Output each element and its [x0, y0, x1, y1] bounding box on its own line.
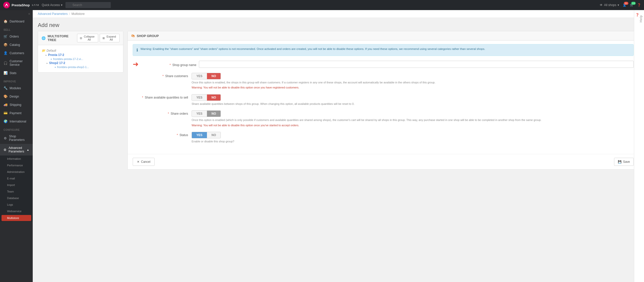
sidebar-item-shop-parameters[interactable]: ⚙ Shop Parameters	[0, 132, 33, 144]
database-label: Database	[7, 197, 19, 200]
shop-group-container: 🛍 SHOP GROUP ℹ Warning: Enabling the "sh…	[127, 31, 639, 170]
sidebar-item-payment[interactable]: 💳 Payment	[0, 109, 33, 117]
sidebar-item-modules[interactable]: 🔧 Modules	[0, 84, 33, 92]
bullet-icon: ●	[55, 66, 56, 68]
arrow-indicator: ➜	[133, 60, 138, 68]
status-yes[interactable]: YES	[192, 132, 207, 138]
breadcrumb-current: Multistore	[71, 12, 85, 16]
expand-icon: ▲	[27, 148, 29, 151]
tree-sub-frontdev-1: ● frontdev-presta-17-2.vi...	[46, 57, 120, 60]
main-content: Advanced Parameters / Multistore Add new…	[33, 10, 644, 282]
sub-store-label[interactable]: frontdev-presta-17-2.vi...	[53, 57, 83, 60]
help-button[interactable]: ❓	[637, 3, 641, 7]
all-shops-label: All shops	[604, 3, 616, 7]
tree-store-shop2: ▸ Shop2 17-2 ●	[46, 61, 120, 69]
design-icon: 🎨	[4, 95, 8, 98]
administration-label: Administration	[7, 170, 25, 173]
arrow-icon: ▸	[47, 62, 48, 65]
status-no[interactable]: NO	[207, 132, 221, 138]
share-customers-toggle: YES NO	[192, 73, 221, 79]
breadcrumb-parent[interactable]: Advanced Parameters	[38, 12, 68, 16]
toggle-icon: «	[28, 12, 30, 16]
arrow-icon: ▸	[46, 54, 47, 56]
webservice-label: Webservice	[7, 210, 21, 213]
shop-group-name-input[interactable]	[199, 61, 634, 68]
sidebar-item-international[interactable]: 🌍 International	[0, 117, 33, 126]
customer-service-label: Customer Service	[10, 59, 29, 67]
form-footer: ✕ Cancel 💾 Save	[128, 154, 639, 169]
advanced-params-label: Advanced Parameters	[9, 146, 25, 153]
shop-group-name-label: * Shop group name	[141, 62, 196, 67]
store-children-shop2: ● frontdev-presta-shop2-1...	[46, 66, 120, 69]
submenu-multistore[interactable]: Multistore	[2, 215, 31, 221]
quick-access-button[interactable]: Quick Access ▾	[42, 3, 62, 7]
sidebar: « 🏠 Dashboard SELL 🛒 Orders 📦 Catalog 👤 …	[0, 10, 33, 282]
orders-button[interactable]: 🛒 13	[630, 3, 634, 7]
submenu-information[interactable]: Information	[0, 155, 33, 162]
catalog-icon: 📦	[4, 43, 8, 47]
warning-box: ℹ Warning: Enabling the "share customers…	[133, 44, 634, 56]
sidebar-toggle[interactable]: «	[0, 10, 33, 17]
notifications-button[interactable]: 👤 11	[623, 3, 626, 7]
shipping-label: Shipping	[10, 103, 21, 107]
sidebar-item-advanced-parameters[interactable]: ⚙ Advanced Parameters ▲	[0, 144, 33, 155]
sidebar-item-customer-service[interactable]: 🎧 Customer Service	[0, 57, 33, 69]
status-wrap: YES NO Enable or disable this shop group…	[192, 132, 634, 143]
sidebar-item-shipping[interactable]: 🚚 Shipping	[0, 101, 33, 109]
tree-icon: 🌐	[42, 36, 46, 40]
performance-label: Performance	[7, 164, 23, 167]
share-orders-wrap: YES NO Once this option is enabled (whic…	[192, 110, 634, 127]
share-quantities-no[interactable]: NO	[207, 95, 221, 101]
expand-all-label: Expand All	[106, 35, 117, 41]
top-navigation: PrestaShop 1.7.7.8 Quick Access ▾ 🔍 👁 Al…	[0, 0, 644, 10]
cancel-button[interactable]: ✕ Cancel	[133, 158, 155, 166]
design-label: Design	[10, 95, 19, 98]
logo[interactable]: PrestaShop 1.7.7.8	[3, 2, 39, 9]
sidebar-section-sell: SELL	[0, 25, 33, 32]
collapse-all-button[interactable]: ⊟ Collapse All	[77, 34, 98, 42]
sidebar-item-stats[interactable]: 📊 Stats	[0, 69, 33, 77]
tree-default-item: 📁 Default ▸ Presta 17-2	[42, 49, 120, 69]
search-input[interactable]	[65, 2, 111, 8]
sub-store-label-2[interactable]: frontdev-presta-shop2-1...	[57, 66, 89, 69]
sidebar-section-improve: IMPROVE	[0, 77, 33, 84]
collapse-all-label: Collapse All	[83, 35, 95, 41]
share-customers-help2: Warning: You will not be able to disable…	[192, 86, 634, 89]
sidebar-item-dashboard[interactable]: 🏠 Dashboard	[0, 17, 33, 25]
share-orders-no[interactable]: NO	[207, 111, 221, 117]
sidebar-item-catalog[interactable]: 📦 Catalog	[0, 41, 33, 49]
submenu-administration[interactable]: Administration	[0, 169, 33, 175]
all-shops-button[interactable]: 👁 All shops ▾	[600, 3, 619, 7]
share-quantities-yes[interactable]: YES	[192, 95, 207, 101]
submenu-logs[interactable]: Logs	[0, 201, 33, 208]
submenu-email[interactable]: E-mail	[0, 175, 33, 182]
submenu-import[interactable]: Import	[0, 182, 33, 188]
chevron-down-icon: ▾	[61, 3, 62, 7]
sidebar-item-customers[interactable]: 👤 Customers	[0, 49, 33, 57]
share-orders-yes[interactable]: YES	[192, 111, 207, 117]
multistore-label: Multistore	[7, 216, 19, 220]
orders-label: Orders	[10, 35, 19, 38]
share-orders-toggle: YES NO	[192, 110, 221, 117]
sidebar-item-orders[interactable]: 🛒 Orders	[0, 32, 33, 41]
submenu-performance[interactable]: Performance	[0, 162, 33, 169]
share-customers-no[interactable]: NO	[207, 73, 221, 79]
store-name-shop2[interactable]: Shop2 17-2	[49, 61, 65, 65]
sidebar-item-design[interactable]: 🎨 Design	[0, 92, 33, 101]
submenu-team[interactable]: Team	[0, 188, 33, 195]
save-button[interactable]: 💾 Save	[614, 158, 634, 166]
save-icon: 💾	[618, 160, 622, 164]
breadcrumb: Advanced Parameters / Multistore	[33, 10, 644, 18]
search-wrapper: 🔍	[65, 2, 111, 8]
share-quantities-label: * Share available quantities to sell	[133, 94, 188, 99]
help-panel[interactable]: ❓ Help	[634, 10, 644, 282]
submenu-webservice[interactable]: Webservice	[0, 208, 33, 214]
store-name-presta[interactable]: Presta 17-2	[48, 53, 64, 57]
customer-service-icon: 🎧	[4, 61, 8, 65]
advanced-params-icon: ⚙	[4, 148, 7, 152]
expand-all-button[interactable]: ⊞ Expand All	[100, 34, 120, 42]
submenu-database[interactable]: Database	[0, 195, 33, 201]
status-help: Enable or disable this shop group?	[192, 140, 634, 143]
share-customers-yes[interactable]: YES	[192, 73, 207, 79]
orders-badge: 13	[631, 2, 636, 5]
